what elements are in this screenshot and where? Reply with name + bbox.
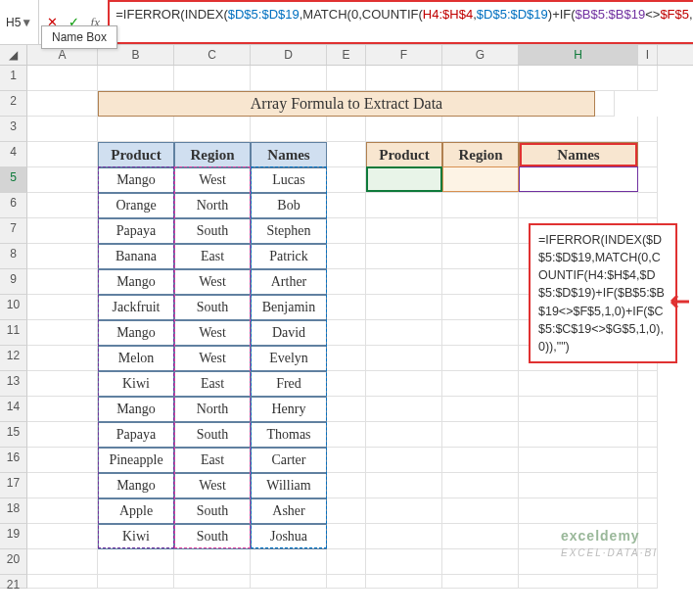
cell-G5[interactable] [442,166,519,192]
row-4[interactable]: 4 [0,142,27,167]
row-2[interactable]: 2 [0,91,27,117]
row-15[interactable]: 15 [0,422,27,448]
row-19[interactable]: 19 [0,524,27,549]
row-16[interactable]: 16 [0,448,27,473]
row-21[interactable]: 21 [0,575,27,589]
row-13[interactable]: 13 [0,371,27,397]
name-box[interactable]: H5 ▼ [0,12,38,33]
hdr2-names[interactable]: Names [519,142,638,167]
name-box-container: H5 ▼ Name Box [0,0,39,44]
cell-F5-selected[interactable] [366,166,442,192]
hdr-product[interactable]: Product [98,142,174,167]
select-all[interactable]: ◢ [0,45,27,65]
name-box-value: H5 [6,16,21,29]
title-cell[interactable]: Array Formula to Extract Data [98,91,595,117]
formula-bar: H5 ▼ Name Box ✕ ✓ fx =IFERROR(INDEX($D$5… [0,0,693,45]
row-6[interactable]: 6 [0,193,27,218]
name-box-tooltip: Name Box [41,25,117,49]
cell-H5-active[interactable] [519,166,638,192]
row-7[interactable]: 7 [0,218,27,244]
row-18[interactable]: 18 [0,498,27,524]
range-C5-C19 [174,166,251,548]
row-9[interactable]: 9 [0,269,27,295]
col-I[interactable]: I [638,45,658,65]
hdr2-region[interactable]: Region [442,142,519,167]
range-D5-D19 [251,166,327,548]
formula-callout: =IFERROR(INDEX($D$5:$D$19,MATCH(0,COUNTI… [529,223,677,363]
col-C[interactable]: C [174,45,251,65]
spreadsheet-grid[interactable]: ◢ A B C D E F G H I 1 2Array Formula to … [0,45,693,589]
col-F[interactable]: F [366,45,442,65]
row-5[interactable]: 5 [0,167,27,193]
hdr2-product[interactable]: Product [366,142,442,167]
arrow-left-icon [668,290,691,313]
row-14[interactable]: 14 [0,397,27,422]
formula-input[interactable]: =IFERROR(INDEX($D$5:$D$19,MATCH(0,COUNTI… [108,0,693,44]
watermark: exceldemyEXCEL·DATA·BI [561,528,658,559]
row-17[interactable]: 17 [0,473,27,498]
row-1[interactable]: 1 [0,66,27,91]
range-B5-B19 [98,166,174,548]
hdr-names[interactable]: Names [251,142,327,167]
row-20[interactable]: 20 [0,549,27,575]
row-3[interactable]: 3 [0,117,27,142]
row-11[interactable]: 11 [0,320,27,346]
row-10[interactable]: 10 [0,295,27,320]
col-E[interactable]: E [327,45,366,65]
chevron-down-icon[interactable]: ▼ [21,16,32,29]
col-G[interactable]: G [442,45,519,65]
col-D[interactable]: D [251,45,327,65]
row-12[interactable]: 12 [0,346,27,371]
col-H[interactable]: H [519,45,638,65]
row-8[interactable]: 8 [0,244,27,269]
hdr-region[interactable]: Region [174,142,251,167]
